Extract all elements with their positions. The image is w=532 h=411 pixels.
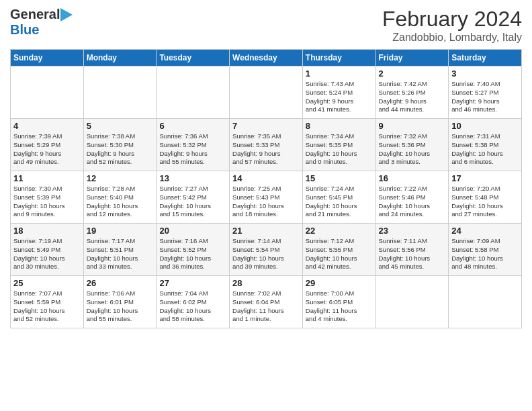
- day-info: Sunrise: 7:39 AM Sunset: 5:29 PM Dayligh…: [13, 132, 81, 167]
- day-number: 1: [306, 68, 373, 79]
- logo-blue: Blue: [10, 22, 39, 37]
- day-info: Sunrise: 7:22 AM Sunset: 5:46 PM Dayligh…: [379, 185, 446, 219]
- day-info: Sunrise: 7:06 AM Sunset: 6:01 PM Dayligh…: [87, 289, 154, 324]
- calendar-cell: 23Sunrise: 7:11 AM Sunset: 5:56 PM Dayli…: [375, 224, 449, 276]
- header: General Blue February 2024 Zandobbio, Lo…: [10, 7, 522, 44]
- header-tuesday: Tuesday: [157, 50, 230, 66]
- day-number: 20: [159, 226, 226, 236]
- calendar-cell: 19Sunrise: 7:17 AM Sunset: 5:51 PM Dayli…: [83, 224, 157, 276]
- calendar-cell: 22Sunrise: 7:12 AM Sunset: 5:55 PM Dayli…: [302, 224, 375, 276]
- day-info: Sunrise: 7:07 AM Sunset: 5:59 PM Dayligh…: [13, 289, 81, 324]
- day-number: 15: [306, 173, 373, 183]
- day-number: 28: [232, 278, 300, 288]
- day-info: Sunrise: 7:00 AM Sunset: 6:05 PM Dayligh…: [306, 289, 373, 324]
- calendar-cell: 26Sunrise: 7:06 AM Sunset: 6:01 PM Dayli…: [83, 276, 157, 328]
- day-number: 7: [232, 121, 300, 131]
- calendar-cell: 2Sunrise: 7:42 AM Sunset: 5:26 PM Daylig…: [375, 66, 449, 119]
- day-info: Sunrise: 7:17 AM Sunset: 5:51 PM Dayligh…: [87, 237, 154, 271]
- month-title: February 2024: [382, 7, 522, 32]
- day-info: Sunrise: 7:16 AM Sunset: 5:52 PM Dayligh…: [159, 237, 226, 271]
- day-info: Sunrise: 7:36 AM Sunset: 5:32 PM Dayligh…: [159, 132, 226, 167]
- day-number: 26: [87, 278, 154, 288]
- day-number: 19: [87, 226, 154, 236]
- day-info: Sunrise: 7:19 AM Sunset: 5:49 PM Dayligh…: [13, 237, 81, 271]
- calendar-cell: 6Sunrise: 7:36 AM Sunset: 5:32 PM Daylig…: [157, 119, 230, 171]
- header-sunday: Sunday: [11, 50, 84, 66]
- calendar-cell: [375, 276, 449, 328]
- calendar-body: 1Sunrise: 7:43 AM Sunset: 5:24 PM Daylig…: [11, 66, 522, 328]
- day-info: Sunrise: 7:42 AM Sunset: 5:26 PM Dayligh…: [379, 80, 446, 114]
- svg-marker-0: [60, 8, 73, 21]
- day-number: 6: [159, 121, 226, 131]
- day-info: Sunrise: 7:12 AM Sunset: 5:55 PM Dayligh…: [306, 237, 373, 271]
- calendar-cell: 24Sunrise: 7:09 AM Sunset: 5:58 PM Dayli…: [449, 224, 522, 276]
- calendar-table: Sunday Monday Tuesday Wednesday Thursday…: [10, 49, 522, 328]
- calendar-week-row: 1Sunrise: 7:43 AM Sunset: 5:24 PM Daylig…: [11, 66, 522, 119]
- day-info: Sunrise: 7:11 AM Sunset: 5:56 PM Dayligh…: [379, 237, 446, 271]
- day-number: 11: [13, 173, 81, 183]
- day-info: Sunrise: 7:09 AM Sunset: 5:58 PM Dayligh…: [451, 237, 519, 271]
- day-info: Sunrise: 7:04 AM Sunset: 6:02 PM Dayligh…: [159, 289, 226, 324]
- day-number: 21: [232, 226, 300, 236]
- day-number: 12: [87, 173, 154, 183]
- calendar-cell: 8Sunrise: 7:34 AM Sunset: 5:35 PM Daylig…: [302, 119, 375, 171]
- calendar-cell: 15Sunrise: 7:24 AM Sunset: 5:45 PM Dayli…: [302, 171, 375, 224]
- day-number: 18: [13, 226, 81, 236]
- day-info: Sunrise: 7:30 AM Sunset: 5:39 PM Dayligh…: [13, 185, 81, 219]
- calendar-cell: 14Sunrise: 7:25 AM Sunset: 5:43 PM Dayli…: [230, 171, 303, 224]
- calendar-cell: [83, 66, 157, 119]
- day-number: 4: [13, 121, 81, 131]
- calendar-cell: 17Sunrise: 7:20 AM Sunset: 5:48 PM Dayli…: [449, 171, 522, 224]
- calendar-cell: [11, 66, 84, 119]
- location-title: Zandobbio, Lombardy, Italy: [382, 32, 522, 44]
- day-number: 13: [159, 173, 226, 183]
- day-number: 17: [451, 173, 519, 183]
- calendar-cell: 1Sunrise: 7:43 AM Sunset: 5:24 PM Daylig…: [302, 66, 375, 119]
- day-number: 25: [13, 278, 81, 288]
- day-info: Sunrise: 7:14 AM Sunset: 5:54 PM Dayligh…: [232, 237, 300, 271]
- calendar-cell: 27Sunrise: 7:04 AM Sunset: 6:02 PM Dayli…: [157, 276, 230, 328]
- logo-general: General: [10, 7, 60, 22]
- day-info: Sunrise: 7:40 AM Sunset: 5:27 PM Dayligh…: [451, 80, 519, 114]
- calendar-week-row: 18Sunrise: 7:19 AM Sunset: 5:49 PM Dayli…: [11, 224, 522, 276]
- logo: General Blue: [10, 7, 73, 38]
- day-number: 24: [451, 226, 519, 236]
- logo-arrow-icon: [60, 8, 73, 21]
- calendar-cell: 13Sunrise: 7:27 AM Sunset: 5:42 PM Dayli…: [157, 171, 230, 224]
- day-info: Sunrise: 7:28 AM Sunset: 5:40 PM Dayligh…: [87, 185, 154, 219]
- day-info: Sunrise: 7:32 AM Sunset: 5:36 PM Dayligh…: [379, 132, 446, 167]
- calendar-cell: 9Sunrise: 7:32 AM Sunset: 5:36 PM Daylig…: [375, 119, 449, 171]
- header-friday: Friday: [375, 50, 449, 66]
- day-number: 5: [87, 121, 154, 131]
- calendar-cell: 18Sunrise: 7:19 AM Sunset: 5:49 PM Dayli…: [11, 224, 84, 276]
- calendar-cell: 10Sunrise: 7:31 AM Sunset: 5:38 PM Dayli…: [449, 119, 522, 171]
- calendar-cell: [230, 66, 303, 119]
- day-number: 9: [379, 121, 446, 131]
- day-info: Sunrise: 7:35 AM Sunset: 5:33 PM Dayligh…: [232, 132, 300, 167]
- calendar-week-row: 11Sunrise: 7:30 AM Sunset: 5:39 PM Dayli…: [11, 171, 522, 224]
- day-number: 14: [232, 173, 300, 183]
- calendar-week-row: 4Sunrise: 7:39 AM Sunset: 5:29 PM Daylig…: [11, 119, 522, 171]
- header-monday: Monday: [83, 50, 157, 66]
- day-info: Sunrise: 7:43 AM Sunset: 5:24 PM Dayligh…: [306, 80, 373, 114]
- day-info: Sunrise: 7:24 AM Sunset: 5:45 PM Dayligh…: [306, 185, 373, 219]
- calendar-cell: 3Sunrise: 7:40 AM Sunset: 5:27 PM Daylig…: [449, 66, 522, 119]
- day-number: 29: [306, 278, 373, 288]
- calendar-cell: 21Sunrise: 7:14 AM Sunset: 5:54 PM Dayli…: [230, 224, 303, 276]
- calendar-cell: 20Sunrise: 7:16 AM Sunset: 5:52 PM Dayli…: [157, 224, 230, 276]
- day-info: Sunrise: 7:34 AM Sunset: 5:35 PM Dayligh…: [306, 132, 373, 167]
- day-number: 2: [379, 68, 446, 79]
- calendar-cell: 12Sunrise: 7:28 AM Sunset: 5:40 PM Dayli…: [83, 171, 157, 224]
- day-number: 16: [379, 173, 446, 183]
- calendar-cell: [449, 276, 522, 328]
- calendar-cell: 29Sunrise: 7:00 AM Sunset: 6:05 PM Dayli…: [302, 276, 375, 328]
- calendar-cell: 7Sunrise: 7:35 AM Sunset: 5:33 PM Daylig…: [230, 119, 303, 171]
- day-info: Sunrise: 7:27 AM Sunset: 5:42 PM Dayligh…: [159, 185, 226, 219]
- calendar-cell: 28Sunrise: 7:02 AM Sunset: 6:04 PM Dayli…: [230, 276, 303, 328]
- day-info: Sunrise: 7:20 AM Sunset: 5:48 PM Dayligh…: [451, 185, 519, 219]
- header-thursday: Thursday: [302, 50, 375, 66]
- day-number: 8: [306, 121, 373, 131]
- calendar-cell: 11Sunrise: 7:30 AM Sunset: 5:39 PM Dayli…: [11, 171, 84, 224]
- calendar-cell: 16Sunrise: 7:22 AM Sunset: 5:46 PM Dayli…: [375, 171, 449, 224]
- day-number: 3: [451, 68, 519, 79]
